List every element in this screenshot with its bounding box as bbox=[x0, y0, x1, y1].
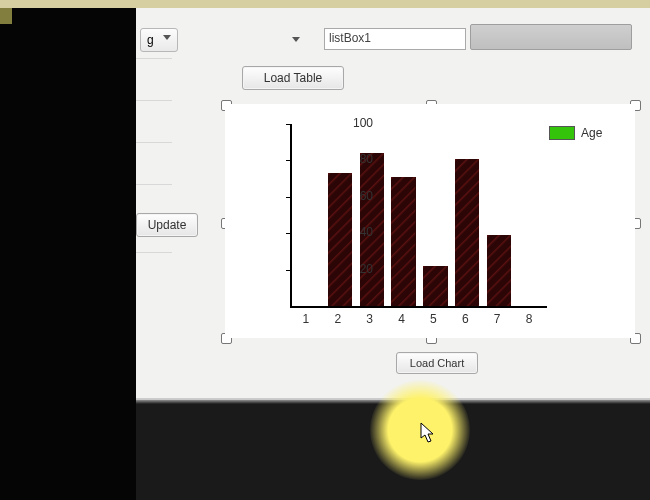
panel bbox=[470, 24, 632, 50]
bar bbox=[423, 266, 447, 306]
legend-swatch bbox=[549, 126, 575, 140]
x-tick-label: 1 bbox=[291, 312, 321, 326]
button-label: Update bbox=[148, 218, 187, 232]
left-black-panel bbox=[0, 0, 136, 500]
load-table-button[interactable]: Load Table bbox=[242, 66, 344, 90]
button-label: Load Table bbox=[264, 71, 323, 85]
svg-rect-8 bbox=[391, 177, 415, 306]
bar bbox=[487, 235, 511, 306]
y-tick-label: 20 bbox=[333, 262, 373, 276]
x-tick-label: 4 bbox=[387, 312, 417, 326]
svg-rect-14 bbox=[455, 159, 479, 306]
y-tick-label: 80 bbox=[333, 152, 373, 166]
y-tick bbox=[286, 160, 292, 161]
divider bbox=[136, 100, 172, 101]
listbox-value: listBox1 bbox=[329, 31, 371, 45]
x-tick-label: 5 bbox=[418, 312, 448, 326]
x-tick-label: 8 bbox=[514, 312, 544, 326]
app-window: { "top": { "combo_text": "g", "listbox_v… bbox=[0, 0, 650, 500]
y-tick bbox=[286, 233, 292, 234]
x-tick-label: 6 bbox=[450, 312, 480, 326]
y-tick bbox=[286, 270, 292, 271]
bar bbox=[391, 177, 415, 306]
y-tick bbox=[286, 197, 292, 198]
x-tick-label: 2 bbox=[323, 312, 353, 326]
dropdown-button[interactable] bbox=[288, 34, 308, 48]
svg-rect-11 bbox=[423, 266, 447, 306]
svg-rect-17 bbox=[487, 235, 511, 306]
chevron-down-icon bbox=[292, 37, 300, 42]
divider bbox=[136, 252, 172, 253]
window-title-bar bbox=[0, 0, 650, 8]
divider bbox=[136, 184, 172, 185]
y-tick-label: 100 bbox=[333, 116, 373, 130]
y-tick-label: 40 bbox=[333, 225, 373, 239]
bar bbox=[455, 159, 479, 306]
x-tick-label: 7 bbox=[482, 312, 512, 326]
button-label: Load Chart bbox=[410, 357, 464, 369]
title-accent bbox=[0, 8, 12, 24]
plot-area bbox=[290, 124, 547, 308]
divider bbox=[136, 142, 172, 143]
load-chart-button[interactable]: Load Chart bbox=[396, 352, 478, 374]
mouse-cursor-icon bbox=[420, 422, 436, 444]
legend-label: Age bbox=[581, 126, 602, 140]
y-tick bbox=[286, 124, 292, 125]
divider bbox=[136, 58, 172, 59]
x-tick-label: 3 bbox=[355, 312, 385, 326]
chart-control[interactable]: Age 2040608010012345678 bbox=[225, 104, 635, 338]
update-button[interactable]: Update bbox=[136, 213, 198, 237]
legend: Age bbox=[549, 126, 602, 140]
listbox[interactable]: listBox1 bbox=[324, 28, 466, 50]
y-tick-label: 60 bbox=[333, 189, 373, 203]
combo-box[interactable]: g bbox=[140, 28, 178, 52]
chevron-down-icon bbox=[163, 35, 171, 40]
combo-text: g bbox=[147, 33, 154, 47]
